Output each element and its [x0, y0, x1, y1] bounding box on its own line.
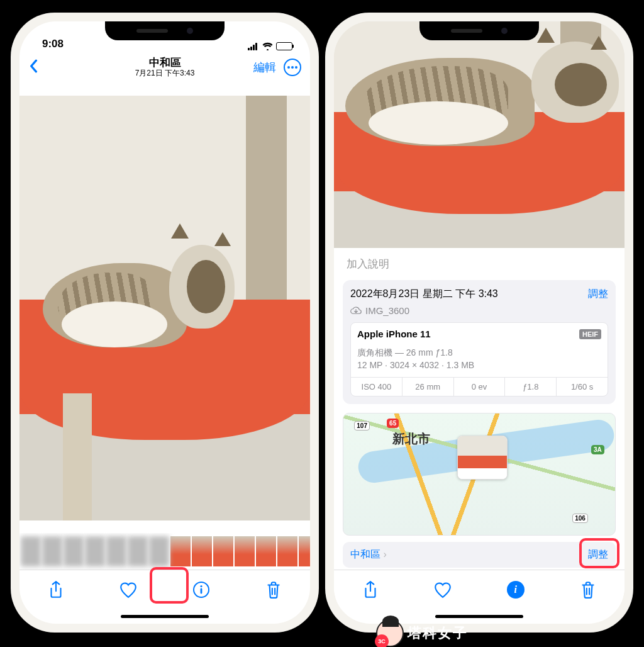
info-button[interactable]: [192, 580, 211, 599]
back-button[interactable]: [28, 58, 38, 77]
route-shield: 65: [387, 419, 399, 428]
more-button[interactable]: [284, 59, 301, 76]
route-shield: 107: [354, 421, 370, 430]
exif-shutter: 1/60 s: [557, 378, 608, 396]
info-sheet[interactable]: 加入說明 2022年8月23日 星期二 下午 3:43 調整 IMG_3600 …: [334, 248, 625, 570]
route-shield: 106: [572, 514, 588, 523]
svg-point-1: [200, 585, 202, 587]
exif-iso: ISO 400: [351, 378, 402, 396]
bottom-toolbar: [19, 570, 310, 609]
notch: [105, 21, 225, 40]
status-time: 9:08: [42, 38, 64, 50]
edit-button[interactable]: 編輯: [253, 60, 276, 75]
notch: [419, 21, 539, 40]
photo-pin: [457, 436, 508, 480]
home-indicator[interactable]: [19, 609, 310, 624]
filename: IMG_3600: [365, 305, 409, 316]
bottom-toolbar: i: [334, 570, 625, 609]
metadata-card: 2022年8月23日 星期二 下午 3:43 調整 IMG_3600 Apple…: [343, 280, 616, 404]
camera-info-box: Apple iPhone 11 HEIF 廣角相機 — 26 mm ƒ1.8 1…: [350, 322, 608, 397]
photo-viewer[interactable]: [19, 83, 310, 533]
exif-aperture: ƒ1.8: [505, 378, 557, 396]
location-footer: 中和區 › 調整: [343, 542, 616, 568]
favorite-button[interactable]: [119, 580, 138, 599]
thumbnail-strip[interactable]: [19, 533, 310, 570]
share-button[interactable]: [47, 580, 65, 599]
specs-info: 12 MP · 3024 × 4032 · 1.3 MB: [357, 359, 601, 372]
wifi-icon: [262, 42, 273, 50]
info-button-active[interactable]: i: [506, 580, 525, 599]
exif-row: ISO 400 26 mm 0 ev ƒ1.8 1/60 s: [351, 377, 608, 396]
device-name: Apple iPhone 11: [357, 329, 431, 339]
route-shield: 3A: [591, 445, 604, 454]
nav-header: 中和區 7月21日 下午3:43 編輯: [19, 52, 310, 83]
svg-rect-2: [200, 588, 202, 594]
lens-info: 廣角相機 — 26 mm ƒ1.8: [357, 347, 601, 359]
photo-datetime: 2022年8月23日 星期二 下午 3:43: [350, 288, 498, 301]
photo-content: [19, 96, 310, 520]
share-button[interactable]: [361, 580, 380, 599]
icloud-icon: [350, 305, 362, 316]
map-city-label: 新北市: [392, 430, 430, 447]
exif-focal: 26 mm: [402, 378, 454, 396]
cellular-icon: [248, 43, 259, 50]
format-badge: HEIF: [579, 329, 601, 339]
watermark: 3C 塔科女子: [376, 619, 468, 647]
favorite-button[interactable]: [433, 580, 452, 599]
adjust-location-button[interactable]: 調整: [588, 548, 608, 561]
caption-input[interactable]: 加入說明: [343, 248, 616, 280]
photo-preview[interactable]: [334, 21, 625, 248]
trash-button[interactable]: [264, 580, 283, 599]
location-map[interactable]: 新北市 107 65 3A 106: [343, 413, 616, 536]
exif-ev: 0 ev: [454, 378, 506, 396]
phone-frame-right: 加入說明 2022年8月23日 星期二 下午 3:43 調整 IMG_3600 …: [325, 13, 633, 633]
phone-frame-left: 9:08 中和區 7月21日 下午3:43 編輯: [11, 13, 319, 633]
battery-icon: [276, 42, 292, 50]
location-link[interactable]: 中和區 ›: [350, 548, 387, 561]
trash-button[interactable]: [579, 580, 597, 599]
watermark-text: 塔科女子: [408, 624, 468, 643]
adjust-datetime-button[interactable]: 調整: [588, 288, 608, 301]
